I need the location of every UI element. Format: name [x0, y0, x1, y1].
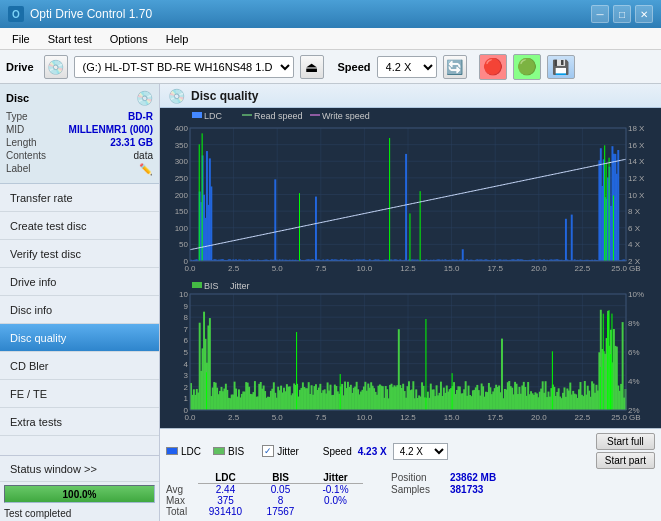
stats-avg-row: Avg 2.44 0.05 -0.1%	[166, 484, 363, 496]
stats-total-row: Total 931410 17567	[166, 506, 363, 517]
speed-position-row: Position 23862 MB	[391, 472, 496, 483]
drive-select[interactable]: (G:) HL-DT-ST BD-RE WH16NS48 1.D3	[74, 56, 294, 78]
avg-ldc-value: 2.44	[198, 484, 253, 496]
disc-panel-header: Disc 💿	[6, 90, 153, 106]
bis-col-header: BIS	[253, 472, 308, 484]
disc-contents-value: data	[134, 150, 153, 161]
chart-ldc	[160, 108, 661, 279]
stats-table-row: LDC BIS Jitter Avg 2.44 0.05 -0.1%	[166, 472, 655, 517]
sidebar-item-transfer-rate[interactable]: Transfer rate	[0, 184, 159, 212]
sidebar-item-disc-info[interactable]: Disc info	[0, 296, 159, 324]
minimize-button[interactable]: ─	[591, 5, 609, 23]
drive-icon-button[interactable]: 💿	[44, 55, 68, 79]
color-btn-red[interactable]: 🔴	[479, 54, 507, 80]
title-bar-controls: ─ □ ✕	[591, 5, 653, 23]
jitter-checkbox[interactable]: ✓	[262, 445, 274, 457]
avg-row-label: Avg	[166, 484, 198, 496]
start-full-button[interactable]: Start full	[596, 433, 655, 450]
title-bar-left: O Opti Drive Control 1.70	[8, 6, 152, 22]
jitter-checkbox-row: ✓ Jitter	[262, 445, 299, 457]
app-icon: O	[8, 6, 24, 22]
disc-section-title: Disc	[6, 92, 29, 104]
position-stats: Position 23862 MB Samples 381733	[391, 472, 496, 495]
max-jitter-value: 0.0%	[308, 495, 363, 506]
ldc-col-header: LDC	[198, 472, 253, 484]
drive-label: Drive	[6, 61, 34, 73]
position-value: 23862 MB	[450, 472, 496, 483]
refresh-button[interactable]: 🔄	[443, 55, 467, 79]
progress-bar-container: 100.0%	[4, 485, 155, 503]
disc-length-label: Length	[6, 137, 37, 148]
jitter-col-header: Jitter	[308, 472, 363, 484]
disc-mid-label: MID	[6, 124, 24, 135]
sidebar-item-verify-test-disc[interactable]: Verify test disc	[0, 240, 159, 268]
stats-area: LDC BIS ✓ Jitter Speed 4.23 X 4.2 X	[160, 428, 661, 521]
avg-bis-value: 0.05	[253, 484, 308, 496]
stats-legend: LDC BIS	[166, 446, 244, 457]
menu-help[interactable]: Help	[158, 31, 197, 47]
speed-label: Speed	[338, 61, 371, 73]
sidebar: Disc 💿 Type BD-R MID MILLENMR1 (000) Len…	[0, 84, 160, 521]
toolbar: Drive 💿 (G:) HL-DT-ST BD-RE WH16NS48 1.D…	[0, 50, 661, 84]
disc-panel: Disc 💿 Type BD-R MID MILLENMR1 (000) Len…	[0, 84, 159, 184]
speed-stat-value: 4.23 X	[358, 446, 387, 457]
content-area: 💿 Disc quality LDC	[160, 84, 661, 521]
title-bar: O Opti Drive Control 1.70 ─ □ ✕	[0, 0, 661, 28]
speed-select[interactable]: 4.2 X	[377, 56, 437, 78]
sidebar-item-create-test-disc[interactable]: Create test disc	[0, 212, 159, 240]
sidebar-footer: Status window >> 100.0% Test completed	[0, 455, 159, 521]
max-bis-value: 8	[253, 495, 308, 506]
total-ldc-value: 931410	[198, 506, 253, 517]
main-layout: Disc 💿 Type BD-R MID MILLENMR1 (000) Len…	[0, 84, 661, 521]
menu-options[interactable]: Options	[102, 31, 156, 47]
total-jitter-value	[308, 506, 363, 517]
max-row-label: Max	[166, 495, 198, 506]
avg-jitter-value: -0.1%	[308, 484, 363, 496]
sidebar-item-extra-tests[interactable]: Extra tests	[0, 408, 159, 436]
disc-edit-icon[interactable]: ✏️	[139, 163, 153, 176]
sidebar-item-drive-info[interactable]: Drive info	[0, 268, 159, 296]
start-part-button[interactable]: Start part	[596, 452, 655, 469]
disc-contents-label: Contents	[6, 150, 46, 161]
stats-table: LDC BIS Jitter Avg 2.44 0.05 -0.1%	[166, 472, 363, 517]
app-title: Opti Drive Control 1.70	[30, 7, 152, 21]
save-button[interactable]: 💾	[547, 55, 575, 79]
stats-legend-row: LDC BIS ✓ Jitter Speed 4.23 X 4.2 X	[166, 433, 655, 469]
start-buttons: Start full Start part	[596, 433, 655, 469]
disc-type-value: BD-R	[128, 111, 153, 122]
speed-stat-select[interactable]: 4.2 X	[393, 443, 448, 460]
menu-bar: File Start test Options Help	[0, 28, 661, 50]
disc-quality-header: 💿 Disc quality	[160, 84, 661, 108]
charts-container	[160, 108, 661, 428]
status-window-button[interactable]: Status window >>	[0, 456, 159, 482]
disc-label-label: Label	[6, 163, 30, 176]
chart-bis	[160, 279, 661, 428]
legend-ldc: LDC	[166, 446, 201, 457]
speed-stat-label: Speed	[323, 446, 352, 457]
sidebar-item-disc-quality[interactable]: Disc quality	[0, 324, 159, 352]
samples-value: 381733	[450, 484, 483, 495]
samples-label: Samples	[391, 484, 446, 495]
disc-length-row: Length 23.31 GB	[6, 136, 153, 149]
legend-bis: BIS	[213, 446, 244, 457]
close-button[interactable]: ✕	[635, 5, 653, 23]
sidebar-nav: Transfer rate Create test disc Verify te…	[0, 184, 159, 455]
sidebar-item-cd-bler[interactable]: CD Bler	[0, 352, 159, 380]
speed-stat-row: Speed 4.23 X 4.2 X	[323, 443, 448, 460]
sidebar-item-fe-te[interactable]: FE / TE	[0, 380, 159, 408]
eject-button[interactable]: ⏏	[300, 55, 324, 79]
disc-mid-row: MID MILLENMR1 (000)	[6, 123, 153, 136]
menu-start-test[interactable]: Start test	[40, 31, 100, 47]
disc-quality-icon: 💿	[168, 88, 185, 104]
color-btn-green[interactable]: 🟢	[513, 54, 541, 80]
jitter-label: Jitter	[277, 446, 299, 457]
maximize-button[interactable]: □	[613, 5, 631, 23]
disc-quality-title: Disc quality	[191, 89, 258, 103]
samples-row: Samples 381733	[391, 484, 496, 495]
total-bis-value: 17567	[253, 506, 308, 517]
disc-cd-icon[interactable]: 💿	[136, 90, 153, 106]
bis-legend-label: BIS	[228, 446, 244, 457]
max-ldc-value: 375	[198, 495, 253, 506]
ldc-legend-label: LDC	[181, 446, 201, 457]
menu-file[interactable]: File	[4, 31, 38, 47]
